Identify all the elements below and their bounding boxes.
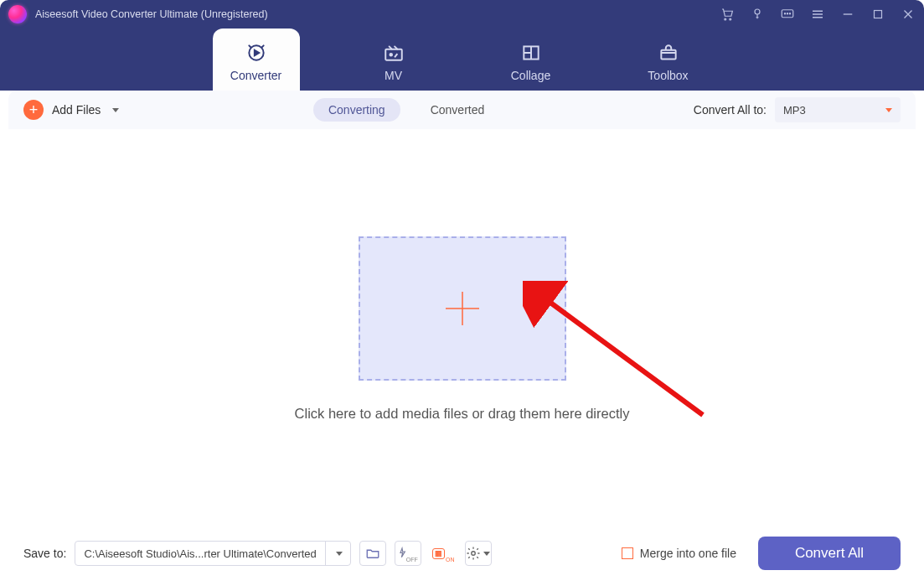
svg-point-1 (730, 18, 731, 20)
svg-rect-12 (661, 50, 675, 60)
convert-all-to-label: Convert All to: (694, 103, 767, 117)
svg-line-13 (544, 298, 703, 415)
convert-all-button[interactable]: Convert All (758, 537, 901, 570)
tab-converter-label: Converter (230, 69, 281, 82)
chevron-down-icon (336, 552, 343, 556)
svg-point-0 (725, 18, 726, 20)
drop-zone[interactable] (359, 236, 566, 381)
add-files-button[interactable]: + Add Files (23, 100, 119, 120)
drop-area: Click here to add media files or drag th… (8, 129, 916, 529)
segment-converted[interactable]: Converted (416, 98, 500, 122)
svg-point-2 (755, 9, 760, 14)
checkbox-icon (622, 547, 633, 559)
app-logo-icon (8, 5, 27, 23)
settings-button[interactable] (465, 541, 492, 566)
tab-converter[interactable]: Converter (213, 29, 300, 91)
title-bar: Aiseesoft Video Converter Ultimate (Unre… (0, 0, 924, 29)
svg-rect-7 (875, 11, 882, 18)
svg-point-5 (787, 13, 787, 14)
tab-collage-label: Collage (511, 69, 550, 82)
app-window: Aiseesoft Video Converter Ultimate (Unre… (0, 0, 924, 586)
tab-toolbox[interactable]: Toolbox (625, 29, 712, 91)
close-button[interactable] (901, 7, 916, 22)
minimize-button[interactable] (840, 7, 855, 22)
plus-icon: + (23, 100, 44, 120)
cart-icon[interactable] (720, 7, 735, 22)
svg-point-6 (789, 13, 790, 14)
toolbar: + Add Files Converting Converted Convert… (8, 91, 916, 129)
gpu-icon: ▦ (432, 548, 445, 559)
status-segment: Converting Converted (313, 98, 499, 122)
key-icon[interactable] (750, 7, 765, 22)
output-format-dropdown[interactable]: MP3 (775, 97, 901, 122)
svg-point-10 (390, 54, 392, 56)
plus-icon (443, 289, 482, 328)
tab-collage[interactable]: Collage (488, 29, 575, 91)
merge-label: Merge into one file (640, 547, 736, 560)
add-files-label: Add Files (52, 103, 101, 117)
gpu-on-button[interactable]: ▦ ON (430, 541, 457, 566)
segment-converting[interactable]: Converting (313, 98, 400, 122)
drop-message: Click here to add media files or drag th… (295, 406, 630, 422)
window-title: Aiseesoft Video Converter Ultimate (Unre… (35, 8, 720, 20)
tab-toolbox-label: Toolbox (648, 69, 688, 82)
window-controls (720, 7, 916, 22)
save-path-dropdown[interactable] (325, 542, 350, 565)
save-path-value: C:\Aiseesoft Studio\Ais...rter Ultimate\… (75, 547, 324, 560)
lightning-off-button[interactable]: OFF (395, 541, 421, 566)
chevron-down-icon (483, 552, 490, 556)
merge-checkbox[interactable]: Merge into one file (622, 547, 736, 560)
convert-all-to: Convert All to: MP3 (694, 97, 901, 122)
chevron-down-icon (112, 108, 119, 112)
svg-point-14 (472, 552, 476, 556)
content-panel: + Add Files Converting Converted Convert… (8, 91, 916, 578)
menu-icon[interactable] (810, 7, 825, 22)
save-to-label: Save to: (23, 547, 66, 560)
main-nav-tabs: Converter MV Collage Toolbox (0, 29, 924, 91)
top-band: Aiseesoft Video Converter Ultimate (Unre… (0, 0, 924, 91)
svg-point-4 (784, 13, 785, 14)
chevron-down-icon (885, 108, 892, 112)
save-path-field[interactable]: C:\Aiseesoft Studio\Ais...rter Ultimate\… (75, 541, 350, 566)
bottom-bar: Save to: C:\Aiseesoft Studio\Ais...rter … (8, 529, 916, 578)
feedback-icon[interactable] (780, 7, 795, 22)
tab-mv[interactable]: MV (350, 29, 437, 91)
tab-mv-label: MV (385, 69, 402, 82)
svg-rect-9 (385, 49, 402, 60)
output-format-value: MP3 (783, 104, 806, 117)
open-folder-button[interactable] (359, 541, 386, 566)
maximize-button[interactable] (870, 7, 885, 22)
